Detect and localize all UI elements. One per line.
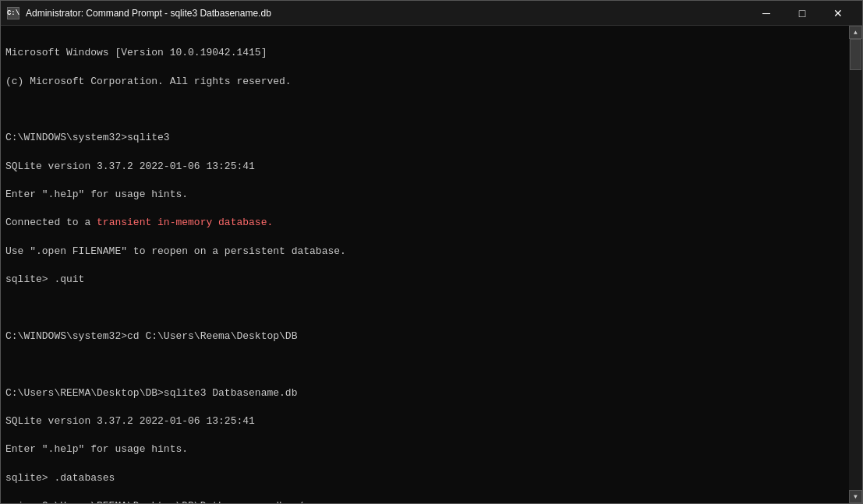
terminal-line: (c) Microsoft Corporation. All rights re… (5, 75, 843, 89)
terminal-line: C:\WINDOWS\system32>sqlite3 (5, 131, 843, 145)
terminal-line (5, 103, 843, 117)
terminal-line: C:\Users\REEMA\Desktop\DB>sqlite3 Datbas… (5, 386, 843, 400)
terminal-output[interactable]: Microsoft Windows [Version 10.0.19042.14… (1, 26, 849, 503)
terminal-line (5, 358, 843, 372)
scrollbar-track[interactable] (849, 39, 862, 490)
highlight-transient: transient in-memory database. (97, 217, 273, 228)
title-bar: C:\ Administrator: Command Prompt - sqli… (1, 1, 862, 26)
maximize-button[interactable]: □ (784, 1, 820, 26)
terminal-line: Enter ".help" for usage hints. (5, 442, 843, 456)
terminal-line: SQLite version 3.37.2 2022-01-06 13:25:4… (5, 160, 843, 174)
terminal-line (5, 301, 843, 315)
title-bar-text: Administrator: Command Prompt - sqlite3 … (26, 8, 748, 19)
scrollbar-down-button[interactable]: ▼ (849, 490, 862, 503)
window-controls: ─ □ ✕ (748, 1, 856, 26)
window-body: Microsoft Windows [Version 10.0.19042.14… (1, 26, 862, 503)
scrollbar: ▲ ▼ (849, 26, 862, 503)
scrollbar-thumb[interactable] (850, 39, 861, 70)
terminal-line: sqlite> .quit (5, 273, 843, 287)
terminal-line: Use ".open FILENAME" to reopen on a pers… (5, 245, 843, 259)
terminal-line: SQLite version 3.37.2 2022-01-06 13:25:4… (5, 414, 843, 428)
app-icon: C:\ (7, 7, 19, 19)
minimize-button[interactable]: ─ (748, 1, 784, 26)
terminal-line: Enter ".help" for usage hints. (5, 188, 843, 202)
terminal-line: Microsoft Windows [Version 10.0.19042.14… (5, 46, 843, 60)
scrollbar-up-button[interactable]: ▲ (849, 26, 862, 39)
close-button[interactable]: ✕ (820, 1, 856, 26)
cmd-window: C:\ Administrator: Command Prompt - sqli… (0, 0, 863, 504)
terminal-line: C:\WINDOWS\system32>cd C:\Users\Reema\De… (5, 330, 843, 344)
terminal-line-connected: Connected to a transient in-memory datab… (5, 216, 843, 230)
terminal-line: sqlite> .databases (5, 471, 843, 485)
terminal-line: main: C:\Users\REEMA\Desktop\DB\Datbasen… (5, 499, 843, 503)
